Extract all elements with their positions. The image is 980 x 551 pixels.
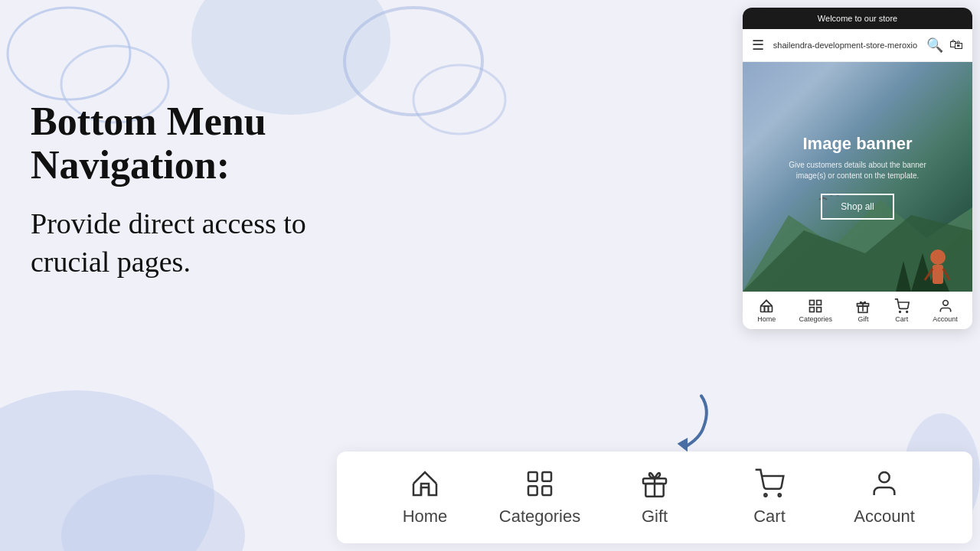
menu-icon[interactable]: ☰ xyxy=(752,37,764,54)
svg-rect-29 xyxy=(528,472,537,481)
store-bottom-nav: Home Categories Gift xyxy=(743,292,972,329)
home-icon-large xyxy=(410,468,440,499)
store-header: ☰ shailendra-development-store-meroxio 🔍… xyxy=(743,29,972,62)
phone-cart-icon xyxy=(894,298,910,314)
svg-rect-30 xyxy=(542,472,551,481)
phone-nav-categories-label: Categories xyxy=(799,315,833,323)
bottom-nav-home-label: Home xyxy=(403,507,448,527)
search-icon[interactable]: 🔍 xyxy=(926,37,943,54)
categories-icon-large xyxy=(524,468,555,499)
svg-point-14 xyxy=(930,249,946,265)
phone-nav-gift[interactable]: Gift xyxy=(855,298,871,323)
bottom-nav-home[interactable]: Home xyxy=(379,468,471,527)
bottom-nav-gift[interactable]: Gift xyxy=(609,468,701,527)
svg-point-2 xyxy=(191,0,390,115)
store-topbar: Welcome to our store xyxy=(743,8,972,29)
svg-rect-18 xyxy=(761,306,773,312)
svg-rect-21 xyxy=(810,308,815,312)
arrow-indicator xyxy=(662,386,717,455)
phone-account-icon xyxy=(938,298,953,314)
bottom-nav-account-label: Account xyxy=(854,507,915,527)
store-name: shailendra-development-store-meroxio xyxy=(773,40,917,51)
banner-text-area: Image banner Give customers details abou… xyxy=(789,134,926,220)
svg-point-38 xyxy=(879,472,889,482)
bottom-nav-cart[interactable]: Cart xyxy=(724,468,815,527)
svg-point-3 xyxy=(345,8,482,115)
banner-subtitle: Give customers details about the banner … xyxy=(789,160,926,181)
bottom-nav-categories[interactable]: Categories xyxy=(494,468,586,527)
svg-rect-32 xyxy=(542,486,551,495)
bottom-nav-enlarged: Home Categories Gift Cart xyxy=(337,452,972,543)
svg-point-6 xyxy=(61,474,245,551)
main-heading: Bottom Menu Navigation: xyxy=(31,99,352,187)
cart-icon-large xyxy=(754,468,785,499)
phone-nav-cart[interactable]: Cart xyxy=(894,298,910,323)
account-icon-large xyxy=(869,468,900,499)
svg-point-0 xyxy=(8,8,130,99)
svg-rect-22 xyxy=(817,308,822,312)
phone-nav-gift-label: Gift xyxy=(858,315,868,323)
svg-rect-20 xyxy=(817,301,822,305)
phone-categories-icon xyxy=(808,298,823,314)
svg-point-36 xyxy=(764,494,766,496)
bottom-nav-gift-label: Gift xyxy=(642,507,668,527)
svg-rect-15 xyxy=(933,265,943,284)
svg-point-37 xyxy=(779,494,781,496)
phone-nav-cart-label: Cart xyxy=(895,315,908,323)
bottom-nav-account[interactable]: Account xyxy=(838,468,930,527)
phone-nav-categories[interactable]: Categories xyxy=(799,298,833,323)
phone-nav-home-label: Home xyxy=(757,315,776,323)
gift-icon-large xyxy=(639,468,670,499)
header-icons: 🔍 🛍 xyxy=(926,37,963,54)
shop-all-button[interactable]: Shop all xyxy=(821,194,893,220)
svg-point-5 xyxy=(0,390,214,551)
phone-nav-account[interactable]: Account xyxy=(933,298,958,323)
phone-mockup: Welcome to our store ☰ shailendra-develo… xyxy=(743,8,972,329)
phone-nav-home[interactable]: Home xyxy=(757,298,776,323)
cart-header-icon[interactable]: 🛍 xyxy=(949,37,963,54)
phone-gift-icon xyxy=(855,298,871,314)
banner-title: Image banner xyxy=(789,134,926,154)
svg-point-25 xyxy=(900,311,901,313)
bottom-nav-categories-label: Categories xyxy=(499,507,580,527)
svg-point-27 xyxy=(942,301,948,306)
store-banner: Image banner Give customers details abou… xyxy=(743,62,972,292)
phone-nav-account-label: Account xyxy=(933,315,958,323)
svg-rect-19 xyxy=(810,301,815,305)
svg-point-4 xyxy=(413,65,505,134)
svg-rect-31 xyxy=(528,486,537,495)
svg-point-26 xyxy=(906,311,908,313)
sub-text: Provide direct access to crucial pages. xyxy=(31,205,352,281)
left-content-area: Bottom Menu Navigation: Provide direct a… xyxy=(31,99,352,281)
bottom-nav-cart-label: Cart xyxy=(753,507,786,527)
phone-home-icon xyxy=(759,298,774,314)
